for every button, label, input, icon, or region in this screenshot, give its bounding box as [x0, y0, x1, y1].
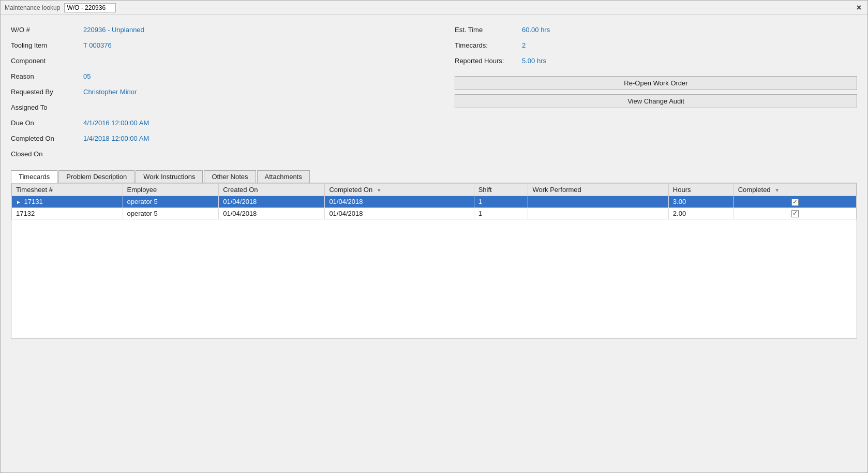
right-fields: Est. Time 60.00 hrs Timecards: 2 Reporte…: [434, 23, 857, 160]
closed-on-label: Closed On: [11, 150, 83, 158]
tooling-item-value: T 000376: [83, 41, 112, 49]
component-label: Component: [11, 57, 83, 65]
tab-work-instructions[interactable]: Work Instructions: [136, 170, 203, 183]
close-button[interactable]: ×: [855, 3, 863, 12]
reported-hours-value: 5.00 hrs: [522, 57, 546, 65]
table-body: ► 17131operator 501/04/201801/04/201813.…: [12, 196, 857, 219]
cell-completedOn: 01/04/2018: [325, 208, 474, 219]
main-window: Maintenance lookup × W/O # 220936 - Unpl…: [0, 0, 868, 473]
cell-shift: 1: [474, 208, 528, 219]
filter-icon-completed[interactable]: ▼: [774, 187, 780, 193]
assigned-to-label: Assigned To: [11, 104, 83, 111]
wo-number-value: 220936 - Unplanned: [83, 26, 144, 34]
closed-on-row: Closed On: [11, 147, 434, 160]
reopen-work-order-button[interactable]: Re-Open Work Order: [455, 76, 857, 90]
cell-createdOn: 01/04/2018: [219, 208, 325, 219]
table-row[interactable]: ► 17131operator 501/04/201801/04/201813.…: [12, 196, 857, 208]
requested-by-label: Requested By: [11, 88, 83, 96]
cell-completed[interactable]: [734, 208, 856, 219]
col-header-shift: Shift: [474, 184, 528, 196]
col-header-employee: Employee: [123, 184, 219, 196]
tab-content-area: Timesheet # Employee Created On Complete…: [11, 183, 857, 338]
filter-icon-completed-on[interactable]: ▼: [377, 187, 382, 193]
timecards-label: Timecards:: [455, 41, 522, 49]
reason-row: Reason 05: [11, 70, 434, 82]
completed-on-value: 1/4/2018 12:00:00 AM: [83, 135, 149, 142]
col-header-hours: Hours: [668, 184, 734, 196]
cell-workPerformed: [528, 208, 668, 219]
col-header-completed: Completed ▼: [734, 184, 856, 196]
col-header-completed-on: Completed On ▼: [325, 184, 474, 196]
wo-tab-input[interactable]: [64, 3, 116, 12]
cell-workPerformed: [528, 196, 668, 208]
col-header-work-performed: Work Performed: [528, 184, 668, 196]
wo-number-row: W/O # 220936 - Unplanned: [11, 23, 434, 36]
action-buttons: Re-Open Work Order View Change Audit: [455, 76, 857, 108]
est-time-value: 60.00 hrs: [522, 26, 550, 34]
cell-createdOn: 01/04/2018: [219, 196, 325, 208]
completed-checkbox[interactable]: [791, 210, 799, 217]
title-bar: Maintenance lookup ×: [1, 1, 867, 15]
col-header-created-on: Created On: [219, 184, 325, 196]
timecards-value: 2: [522, 41, 526, 49]
col-header-timesheet: Timesheet #: [12, 184, 123, 196]
tab-bar: Timecards Problem Description Work Instr…: [11, 170, 857, 183]
cell-completed[interactable]: [734, 196, 856, 208]
left-fields: W/O # 220936 - Unplanned Tooling Item T …: [11, 23, 434, 160]
tooling-item-row: Tooling Item T 000376: [11, 39, 434, 51]
cell-shift: 1: [474, 196, 528, 208]
completed-on-label: Completed On: [11, 135, 83, 142]
cell-employee: operator 5: [123, 208, 219, 219]
row-arrow-icon: ►: [16, 199, 22, 205]
cell-hours: 2.00: [668, 208, 734, 219]
timecards-table: Timesheet # Employee Created On Complete…: [11, 183, 857, 219]
component-row: Component: [11, 54, 434, 67]
reported-hours-row: Reported Hours: 5.00 hrs: [455, 54, 857, 67]
tab-other-notes[interactable]: Other Notes: [204, 170, 256, 183]
tab-timecards[interactable]: Timecards: [11, 170, 57, 183]
est-time-label: Est. Time: [455, 26, 522, 34]
cell-employee: operator 5: [123, 196, 219, 208]
requested-by-value: Christopher Minor: [83, 88, 137, 96]
cell-hours: 3.00: [668, 196, 734, 208]
due-on-label: Due On: [11, 119, 83, 127]
app-name: Maintenance lookup: [5, 4, 60, 11]
tabs-section: Timecards Problem Description Work Instr…: [11, 170, 857, 338]
tooling-item-label: Tooling Item: [11, 41, 83, 49]
table-header-row: Timesheet # Employee Created On Complete…: [12, 184, 857, 196]
completed-checkbox[interactable]: [791, 199, 799, 206]
timecards-row: Timecards: 2: [455, 39, 857, 51]
requested-by-row: Requested By Christopher Minor: [11, 85, 434, 98]
table-row[interactable]: 17132operator 501/04/201801/04/201812.00: [12, 208, 857, 219]
view-change-audit-button[interactable]: View Change Audit: [455, 94, 857, 108]
cell-completedOn: 01/04/2018: [325, 196, 474, 208]
est-time-row: Est. Time 60.00 hrs: [455, 23, 857, 36]
form-section: W/O # 220936 - Unplanned Tooling Item T …: [11, 23, 857, 160]
row-selector: 17132: [12, 208, 123, 219]
completed-on-row: Completed On 1/4/2018 12:00:00 AM: [11, 132, 434, 144]
due-on-value: 4/1/2016 12:00:00 AM: [83, 119, 149, 127]
reason-label: Reason: [11, 72, 83, 80]
assigned-to-row: Assigned To: [11, 101, 434, 113]
due-on-row: Due On 4/1/2016 12:00:00 AM: [11, 116, 434, 129]
row-selector: ► 17131: [12, 196, 123, 208]
reported-hours-label: Reported Hours:: [455, 57, 522, 65]
reason-value: 05: [83, 72, 91, 80]
wo-number-label: W/O #: [11, 26, 83, 34]
tab-problem-description[interactable]: Problem Description: [58, 170, 134, 183]
content-area: W/O # 220936 - Unplanned Tooling Item T …: [1, 15, 867, 472]
tab-attachments[interactable]: Attachments: [257, 170, 310, 183]
